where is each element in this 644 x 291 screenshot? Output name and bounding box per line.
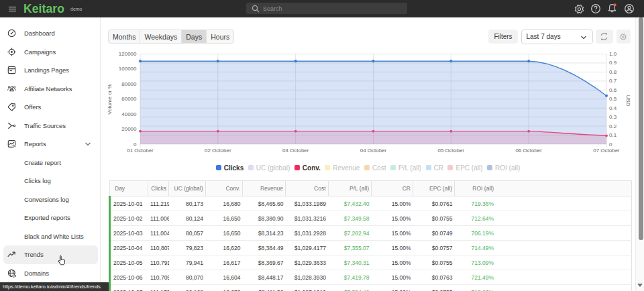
svg-text:80000: 80000 [121, 81, 137, 87]
svg-text:0: 0 [133, 141, 137, 148]
svg-text:1.0: 1.0 [609, 51, 617, 57]
svg-text:0.2: 0.2 [609, 123, 617, 129]
svg-text:0.9: 0.9 [609, 60, 617, 66]
svg-text:0.4: 0.4 [609, 105, 617, 111]
svg-text:120000: 120000 [119, 51, 137, 57]
svg-text:0.5: 0.5 [609, 96, 617, 102]
svg-text:02 October: 02 October [205, 148, 231, 154]
svg-text:Volume or %: Volume or % [107, 84, 113, 114]
svg-text:100000: 100000 [119, 66, 137, 72]
svg-text:0.3: 0.3 [609, 114, 617, 120]
svg-text:01 October: 01 October [127, 148, 154, 154]
svg-text:20000: 20000 [121, 126, 137, 132]
svg-text:07 October: 07 October [593, 148, 620, 154]
svg-text:USD: USD [625, 95, 631, 107]
svg-text:0: 0 [609, 141, 612, 148]
svg-text:40000: 40000 [121, 111, 137, 117]
svg-text:0.7: 0.7 [609, 78, 617, 84]
svg-text:60000: 60000 [121, 96, 137, 102]
svg-text:05 October: 05 October [438, 148, 465, 154]
svg-text:04 October: 04 October [360, 148, 387, 154]
svg-text:03 October: 03 October [282, 148, 309, 154]
svg-text:0.1: 0.1 [609, 132, 617, 138]
svg-text:06 October: 06 October [515, 148, 542, 154]
svg-text:0.8: 0.8 [609, 69, 617, 75]
svg-text:0.6: 0.6 [609, 87, 617, 93]
